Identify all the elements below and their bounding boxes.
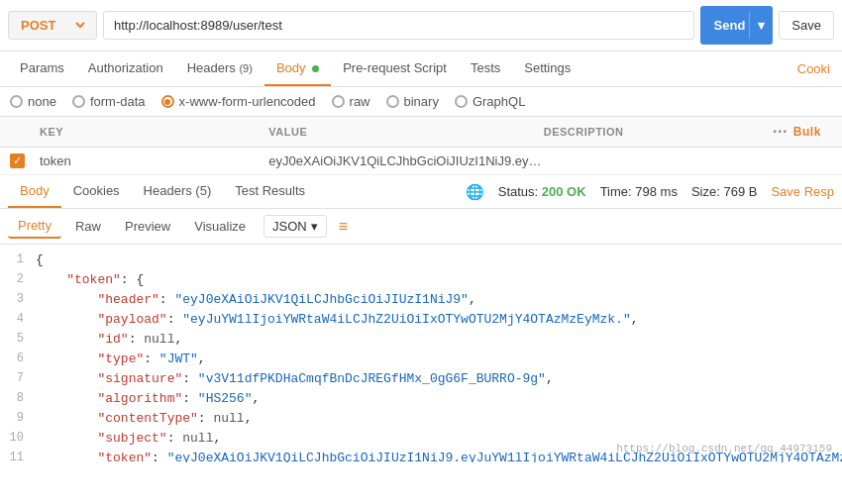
format-raw[interactable]: Raw xyxy=(65,215,111,238)
size-label: Size: 769 B xyxy=(691,184,758,199)
col-key-header: KEY xyxy=(40,126,268,138)
col-actions-header: ··· Bulk xyxy=(773,123,832,141)
row-value: eyJ0eXAiOiJKV1QiLCJhbGciOiJIUzI1NiJ9.eyJ… xyxy=(268,153,544,168)
option-formdata[interactable]: form-data xyxy=(72,94,146,109)
json-dropdown-arrow[interactable]: ▾ xyxy=(311,219,318,234)
tab-authorization[interactable]: Authorization xyxy=(76,51,175,86)
option-none[interactable]: none xyxy=(10,94,56,109)
resp-tab-headers[interactable]: Headers (5) xyxy=(132,175,224,208)
radio-raw[interactable] xyxy=(332,95,345,108)
save-response-button[interactable]: Save Resp xyxy=(771,184,834,199)
code-line-2: 2 "token": { xyxy=(0,272,842,292)
option-binary[interactable]: binary xyxy=(386,94,439,109)
method-select[interactable]: POST GET PUT DELETE xyxy=(8,11,97,40)
body-options-bar: none form-data x-www-form-urlencoded raw… xyxy=(0,87,842,117)
json-label: JSON xyxy=(272,219,307,234)
code-line-4: 4 "payload": "eyJuYW1lIjoiYWRtaW4iLCJhZ2… xyxy=(0,312,842,332)
tab-headers[interactable]: Headers (9) xyxy=(175,51,264,86)
response-status: 🌐 Status: 200 OK Time: 798 ms Size: 769 … xyxy=(466,183,834,201)
col-value-header: VALUE xyxy=(268,126,544,138)
response-format-bar: Pretty Raw Preview Visualize JSON ▾ ≡ xyxy=(0,209,842,245)
time-value: 798 ms xyxy=(635,184,678,199)
save-button[interactable]: Save xyxy=(779,11,834,40)
code-line-9: 9 "contentType": null, xyxy=(0,411,842,431)
request-tab-bar: Params Authorization Headers (9) Body Pr… xyxy=(0,51,842,87)
code-line-7: 7 "signature": "v3V11dfPKDHaCmqfBnDcJREG… xyxy=(0,371,842,391)
format-visualize[interactable]: Visualize xyxy=(184,215,256,238)
tab-settings[interactable]: Settings xyxy=(512,51,582,86)
radio-none[interactable] xyxy=(10,95,23,108)
code-line-6: 6 "type": "JWT", xyxy=(0,352,842,371)
resp-tab-body[interactable]: Body xyxy=(8,175,61,208)
table-row: ✓ token eyJ0eXAiOiJKV1QiLCJhbGciOiJIUzI1… xyxy=(0,148,842,175)
radio-binary[interactable] xyxy=(386,95,399,108)
status-200: 200 OK xyxy=(542,184,586,199)
send-button[interactable]: Send ▾ xyxy=(700,6,774,45)
code-line-1: 1 { xyxy=(0,252,842,272)
table-header: KEY VALUE DESCRIPTION ··· Bulk xyxy=(0,117,842,148)
send-dropdown-arrow[interactable]: ▾ xyxy=(749,12,773,39)
col-desc-header: DESCRIPTION xyxy=(544,126,773,138)
checkbox-checked[interactable]: ✓ xyxy=(10,153,25,168)
resp-tab-cookies[interactable]: Cookies xyxy=(61,175,132,208)
row-key: token xyxy=(40,153,268,168)
tab-params[interactable]: Params xyxy=(8,51,76,86)
format-json-select[interactable]: JSON ▾ xyxy=(263,215,327,238)
size-value: 769 B xyxy=(723,184,757,199)
send-label: Send xyxy=(714,18,746,33)
option-graphql[interactable]: GraphQL xyxy=(455,94,525,109)
wrap-icon[interactable]: ≡ xyxy=(339,218,348,236)
top-bar: POST GET PUT DELETE Send ▾ Save xyxy=(0,0,842,51)
url-input[interactable] xyxy=(103,11,694,40)
bulk-edit-label[interactable]: Bulk xyxy=(793,125,821,139)
code-viewer[interactable]: 1 { 2 "token": { 3 "header": "eyJ0eXAiOi… xyxy=(0,245,842,462)
code-line-8: 8 "algorithm": "HS256", xyxy=(0,391,842,411)
code-line-5: 5 "id": null, xyxy=(0,332,842,352)
more-icon[interactable]: ··· xyxy=(773,123,788,141)
tab-tests[interactable]: Tests xyxy=(459,51,512,86)
format-preview[interactable]: Preview xyxy=(115,215,180,238)
option-urlencoded[interactable]: x-www-form-urlencoded xyxy=(161,94,316,109)
radio-urlencoded[interactable] xyxy=(161,95,174,108)
time-label: Time: 798 ms xyxy=(600,184,678,199)
watermark: https://blog.csdn.net/qq_44973159 xyxy=(616,443,832,454)
tab-body[interactable]: Body xyxy=(264,51,331,86)
globe-icon: 🌐 xyxy=(466,183,484,201)
option-raw[interactable]: raw xyxy=(332,94,370,109)
tab-prerequest[interactable]: Pre-request Script xyxy=(331,51,459,86)
resp-tab-testresults[interactable]: Test Results xyxy=(223,175,317,208)
cookies-link[interactable]: Cooki xyxy=(793,52,834,85)
radio-graphql[interactable] xyxy=(455,95,468,108)
method-dropdown[interactable]: POST GET PUT DELETE xyxy=(17,17,88,34)
code-line-3: 3 "header": "eyJ0eXAiOiJKV1QiLCJhbGciOiJ… xyxy=(0,292,842,312)
status-label: Status: 200 OK xyxy=(498,184,586,199)
radio-formdata[interactable] xyxy=(72,95,85,108)
format-pretty[interactable]: Pretty xyxy=(8,214,61,239)
row-checkbox[interactable]: ✓ xyxy=(10,153,40,168)
response-tab-bar: Body Cookies Headers (5) Test Results 🌐 … xyxy=(0,175,842,209)
